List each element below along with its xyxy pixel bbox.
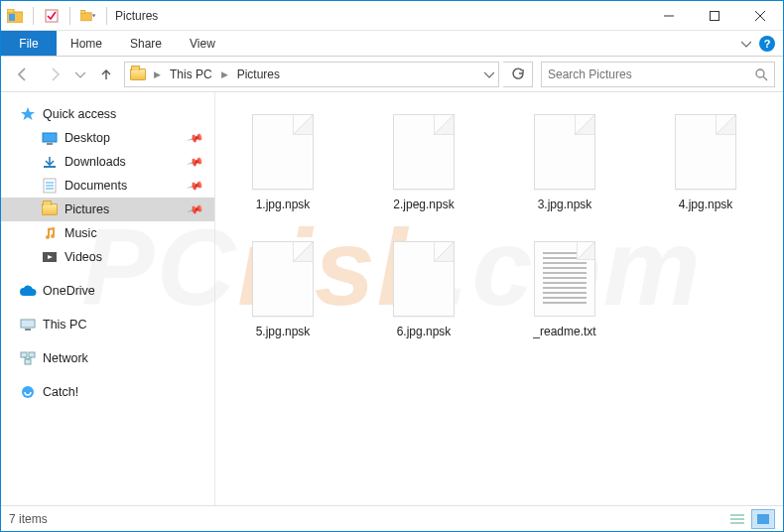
details-view-button[interactable] bbox=[725, 509, 749, 529]
ribbon-expand-icon[interactable] bbox=[741, 39, 751, 49]
svg-rect-12 bbox=[43, 133, 57, 142]
file-name: 2.jpeg.npsk bbox=[393, 198, 454, 211]
tab-home[interactable]: Home bbox=[57, 31, 116, 56]
file-name: 3.jpg.npsk bbox=[538, 198, 592, 211]
properties-icon[interactable] bbox=[44, 8, 60, 24]
window-title: Pictures bbox=[111, 9, 158, 23]
file-item[interactable]: 2.jpeg.npsk bbox=[376, 114, 471, 211]
sidebar-item-label: Downloads bbox=[65, 155, 126, 169]
blank-file-icon bbox=[675, 114, 736, 190]
file-item[interactable]: _readme.txt bbox=[517, 241, 612, 338]
separator bbox=[69, 7, 70, 25]
svg-rect-7 bbox=[711, 11, 719, 20]
file-view[interactable]: 1.jpg.npsk2.jpeg.npsk3.jpg.npsk4.jpg.nps… bbox=[215, 92, 783, 505]
music-icon bbox=[41, 225, 59, 241]
sidebar-item-label: Pictures bbox=[65, 202, 109, 216]
svg-rect-23 bbox=[29, 352, 35, 357]
up-button[interactable] bbox=[92, 61, 120, 88]
blank-file-icon bbox=[393, 241, 455, 317]
navigation-pane: Quick access Desktop📌Downloads📌Documents… bbox=[1, 92, 215, 505]
explorer-icon bbox=[7, 8, 23, 24]
chevron-right-icon[interactable]: ▶ bbox=[218, 69, 231, 79]
file-name: 6.jpg.npsk bbox=[397, 325, 452, 338]
svg-rect-14 bbox=[44, 166, 56, 168]
sidebar-item-videos[interactable]: Videos bbox=[1, 245, 214, 269]
status-item-count: 7 items bbox=[9, 512, 48, 526]
sidebar-item-this pc[interactable]: This PC bbox=[1, 313, 214, 336]
onedrive-icon bbox=[19, 283, 37, 299]
svg-rect-5 bbox=[80, 10, 85, 13]
sidebar-item-label: Network bbox=[43, 351, 88, 365]
file-tab[interactable]: File bbox=[1, 31, 57, 56]
tab-share[interactable]: Share bbox=[116, 31, 176, 56]
sidebar-item-label: OneDrive bbox=[43, 284, 95, 298]
address-dropdown-icon[interactable] bbox=[484, 69, 494, 79]
svg-point-10 bbox=[756, 69, 764, 77]
minimize-button[interactable] bbox=[646, 1, 692, 30]
sidebar-item-label: Desktop bbox=[65, 131, 110, 145]
file-item[interactable]: 6.jpg.npsk bbox=[376, 241, 471, 338]
file-item[interactable]: 4.jpg.npsk bbox=[658, 114, 753, 211]
star-icon bbox=[19, 106, 37, 122]
search-box[interactable] bbox=[541, 62, 775, 87]
address-bar[interactable]: ▶ This PC ▶ Pictures bbox=[124, 62, 499, 87]
help-icon[interactable]: ? bbox=[759, 36, 775, 52]
recent-locations-button[interactable] bbox=[72, 61, 88, 88]
sidebar-item-downloads[interactable]: Downloads📌 bbox=[1, 150, 214, 174]
text-file-icon bbox=[534, 241, 595, 317]
svg-rect-20 bbox=[21, 320, 35, 328]
chevron-right-icon[interactable]: ▶ bbox=[151, 69, 164, 79]
file-item[interactable]: 3.jpg.npsk bbox=[517, 114, 612, 211]
folder-dropdown-icon[interactable] bbox=[80, 8, 96, 24]
titlebar: Pictures bbox=[1, 1, 783, 31]
svg-point-27 bbox=[22, 386, 34, 398]
sidebar-item-music[interactable]: Music bbox=[1, 221, 214, 245]
file-name: _readme.txt bbox=[533, 325, 595, 338]
thispc-icon bbox=[19, 317, 37, 332]
sidebar-item-label: This PC bbox=[43, 318, 86, 332]
file-item[interactable]: 1.jpg.npsk bbox=[235, 114, 330, 211]
quick-access-toolbar bbox=[1, 7, 111, 25]
sidebar-quick-access[interactable]: Quick access bbox=[1, 102, 214, 126]
refresh-button[interactable] bbox=[503, 62, 533, 87]
status-bar: 7 items bbox=[1, 505, 783, 531]
sidebar-item-desktop[interactable]: Desktop📌 bbox=[1, 126, 214, 150]
sidebar-item-documents[interactable]: Documents📌 bbox=[1, 174, 214, 198]
ribbon: File Home Share View ? bbox=[1, 31, 783, 57]
sidebar-item-network[interactable]: Network bbox=[1, 346, 214, 370]
sidebar-item-catch![interactable]: Catch! bbox=[1, 380, 214, 404]
file-item[interactable]: 5.jpg.npsk bbox=[235, 241, 330, 338]
pictures-folder-icon bbox=[129, 66, 147, 82]
blank-file-icon bbox=[252, 241, 314, 317]
sidebar-item-pictures[interactable]: Pictures📌 bbox=[1, 198, 214, 221]
svg-rect-1 bbox=[7, 9, 14, 13]
back-button[interactable] bbox=[9, 61, 37, 88]
blank-file-icon bbox=[393, 114, 455, 190]
sidebar-item-onedrive[interactable]: OneDrive bbox=[1, 279, 214, 303]
svg-line-11 bbox=[763, 76, 767, 80]
file-grid: 1.jpg.npsk2.jpeg.npsk3.jpg.npsk4.jpg.nps… bbox=[235, 114, 763, 338]
file-name: 4.jpg.npsk bbox=[679, 198, 733, 211]
svg-rect-13 bbox=[47, 143, 53, 145]
blank-file-icon bbox=[534, 114, 595, 190]
large-icons-view-button[interactable] bbox=[751, 509, 775, 529]
search-input[interactable] bbox=[548, 67, 754, 81]
forward-button[interactable] bbox=[41, 61, 68, 88]
sidebar-item-label: Videos bbox=[65, 250, 102, 264]
network-icon bbox=[19, 350, 37, 366]
videos-icon bbox=[41, 249, 59, 265]
navbar: ▶ This PC ▶ Pictures bbox=[1, 57, 783, 92]
breadcrumb-thispc[interactable]: This PC bbox=[168, 67, 214, 81]
separator bbox=[106, 7, 107, 25]
downloads-icon bbox=[41, 154, 59, 170]
tab-view[interactable]: View bbox=[176, 31, 229, 56]
close-button[interactable] bbox=[737, 1, 783, 30]
sidebar-item-label: Documents bbox=[65, 179, 127, 193]
maximize-button[interactable] bbox=[692, 1, 737, 30]
pin-icon: 📌 bbox=[187, 153, 205, 171]
desktop-icon bbox=[41, 130, 59, 146]
window-controls bbox=[646, 1, 783, 30]
search-icon[interactable] bbox=[754, 67, 768, 81]
svg-rect-21 bbox=[25, 329, 31, 331]
breadcrumb-pictures[interactable]: Pictures bbox=[235, 67, 282, 81]
